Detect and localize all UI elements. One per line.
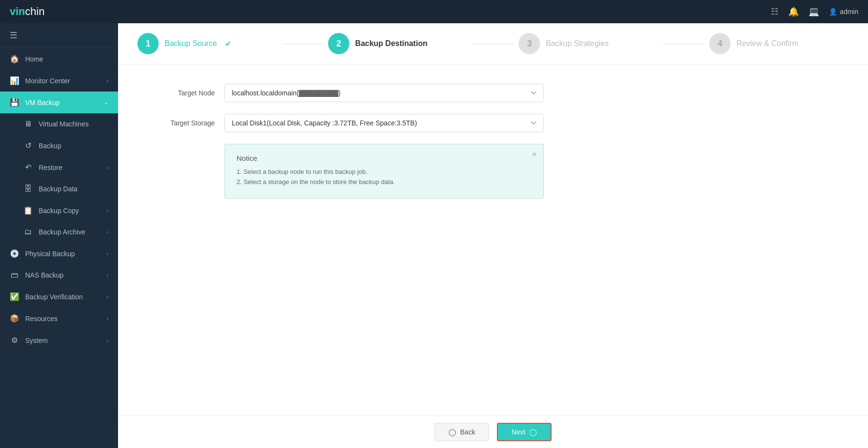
back-button[interactable]: ◯ Back — [434, 423, 489, 441]
sidebar-item-label: Backup Copy — [39, 207, 79, 215]
step-4-label: Review & Confirm — [736, 39, 798, 48]
wizard-step-2: 2 Backup Destination — [328, 33, 467, 54]
bell-icon[interactable]: 🔔 — [788, 6, 799, 17]
next-icon: ◯ — [529, 428, 537, 436]
sidebar-item-label: Monitor Center — [25, 77, 70, 85]
sidebar-item-label: Physical Backup — [25, 250, 75, 258]
backup-copy-icon: 📋 — [23, 206, 33, 215]
sidebar-item-label: VM Backup — [25, 99, 60, 107]
physical-backup-icon: 💿 — [10, 249, 19, 258]
logo-suffix: chin — [25, 5, 45, 17]
sidebar-item-nas-backup[interactable]: 🗃 NAS Backup › — [0, 264, 118, 286]
sidebar-item-label: Backup Verification — [25, 293, 83, 301]
chevron-icon: › — [106, 316, 108, 322]
sidebar-item-backup-copy[interactable]: 📋 Backup Copy › — [0, 200, 118, 221]
wizard-steps: 1 Backup Source ✔ 2 Backup Destination 3… — [118, 23, 868, 64]
chevron-icon: › — [106, 78, 108, 84]
target-node-label: Target Node — [147, 89, 215, 97]
step-2-circle: 2 — [328, 33, 349, 54]
vm-backup-icon: 💾 — [10, 98, 19, 107]
sidebar-item-label: System — [25, 337, 48, 344]
chevron-icon: › — [106, 272, 108, 278]
back-icon: ◯ — [449, 428, 456, 436]
app-logo: vinchin — [10, 5, 45, 18]
sidebar-item-vm-backup[interactable]: 💾 VM Backup ⌄ — [0, 92, 118, 113]
target-storage-select[interactable]: Local Disk1(Local Disk, Capacity :3.72TB… — [224, 114, 544, 132]
sidebar-item-backup-data[interactable]: 🗄 Backup Data — [0, 178, 118, 200]
wizard-step-1: 1 Backup Source ✔ — [137, 33, 277, 54]
system-icon: ⚙ — [10, 336, 19, 345]
sidebar-item-backup-verification[interactable]: ✅ Backup Verification › — [0, 286, 118, 308]
step-4-circle: 4 — [709, 33, 731, 54]
notice-item-2: 2. Select a storage on the node to store… — [237, 178, 532, 185]
sidebar-item-resources[interactable]: 📦 Resources › — [0, 308, 118, 329]
notice-list: 1. Select a backup node to run this back… — [237, 168, 532, 185]
chevron-icon: › — [106, 229, 108, 235]
logo-prefix: vin — [10, 5, 25, 17]
restore-icon: ↶ — [23, 163, 33, 172]
sidebar-item-label: Backup — [39, 142, 61, 150]
sidebar-item-restore[interactable]: ↶ Restore › — [0, 156, 118, 178]
wizard-step-4: 4 Review & Confirm — [709, 33, 849, 54]
sidebar-item-backup-archive[interactable]: 🗂 Backup Archive › — [0, 221, 118, 243]
monitor-center-icon: 📊 — [10, 76, 19, 85]
resources-icon: 📦 — [10, 314, 19, 323]
notice-box: × Notice 1. Select a backup node to run … — [224, 144, 544, 199]
sidebar: ☰ 🏠 Home 📊 Monitor Center › 💾 VM Backup … — [0, 23, 118, 448]
notice-item-1: 1. Select a backup node to run this back… — [237, 168, 532, 175]
virtual-machines-icon: 🖥 — [23, 120, 33, 128]
sidebar-item-virtual-machines[interactable]: 🖥 Virtual Machines — [0, 113, 118, 135]
sidebar-item-home[interactable]: 🏠 Home — [0, 48, 118, 70]
notice-title: Notice — [237, 154, 532, 162]
backup-archive-icon: 🗂 — [23, 228, 33, 236]
chevron-icon: › — [106, 294, 108, 300]
chevron-icon: › — [106, 251, 108, 257]
topbar: vinchin ☷ 🔔 💻 👤 admin — [0, 0, 868, 23]
backup-data-icon: 🗄 — [23, 185, 33, 193]
nas-backup-icon: 🗃 — [10, 271, 19, 279]
chevron-down-icon: ⌄ — [104, 99, 108, 106]
message-icon[interactable]: ☷ — [771, 6, 778, 17]
step-divider-1 — [282, 44, 323, 44]
form-area: Target Node localhost.localdomain(▓▓▓▓▓▓… — [118, 64, 868, 218]
admin-user[interactable]: 👤 admin — [829, 8, 858, 15]
target-node-row: Target Node localhost.localdomain(▓▓▓▓▓▓… — [147, 84, 839, 102]
sidebar-toggle[interactable]: ☰ — [0, 23, 118, 48]
chevron-icon: › — [106, 338, 108, 343]
chevron-icon: › — [106, 208, 108, 214]
backup-verification-icon: ✅ — [10, 292, 19, 301]
sidebar-item-label: Backup Data — [39, 185, 77, 193]
step-3-label: Backup Strategies — [546, 39, 609, 48]
step-1-label: Backup Source — [165, 39, 217, 48]
sidebar-item-physical-backup[interactable]: 💿 Physical Backup › — [0, 243, 118, 264]
sidebar-item-monitor-center[interactable]: 📊 Monitor Center › — [0, 70, 118, 92]
sidebar-item-label: Backup Archive — [39, 228, 86, 236]
monitor-icon[interactable]: 💻 — [808, 6, 819, 17]
sidebar-item-label: Virtual Machines — [39, 120, 89, 128]
home-icon: 🏠 — [10, 54, 19, 63]
step-divider-2 — [472, 44, 514, 44]
sidebar-item-label: NAS Backup — [25, 271, 63, 279]
sidebar-item-label: Restore — [39, 164, 62, 171]
target-storage-row: Target Storage Local Disk1(Local Disk, C… — [147, 114, 839, 132]
admin-label-text: admin — [840, 8, 858, 15]
sidebar-item-label: Resources — [25, 315, 58, 323]
sidebar-item-label: Home — [25, 55, 43, 63]
step-2-label: Backup Destination — [355, 39, 427, 48]
step-1-circle: 1 — [137, 33, 159, 54]
main-content: 1 Backup Source ✔ 2 Backup Destination 3… — [118, 23, 868, 448]
target-storage-label: Target Storage — [147, 119, 215, 127]
wizard-step-3: 3 Backup Strategies — [519, 33, 658, 54]
user-icon: 👤 — [829, 8, 837, 15]
step-1-check: ✔ — [225, 39, 231, 48]
next-button[interactable]: Next ◯ — [497, 423, 552, 441]
step-3-circle: 3 — [519, 33, 540, 54]
backup-icon: ↺ — [23, 141, 33, 150]
sidebar-item-backup[interactable]: ↺ Backup — [0, 135, 118, 156]
bottom-bar: ◯ Back Next ◯ — [118, 416, 868, 448]
sidebar-item-system[interactable]: ⚙ System › — [0, 329, 118, 351]
chevron-icon: › — [106, 165, 108, 170]
notice-close-button[interactable]: × — [532, 150, 537, 159]
target-node-select[interactable]: localhost.localdomain(▓▓▓▓▓▓▓▓) — [224, 84, 544, 102]
topbar-right: ☷ 🔔 💻 👤 admin — [771, 6, 858, 17]
